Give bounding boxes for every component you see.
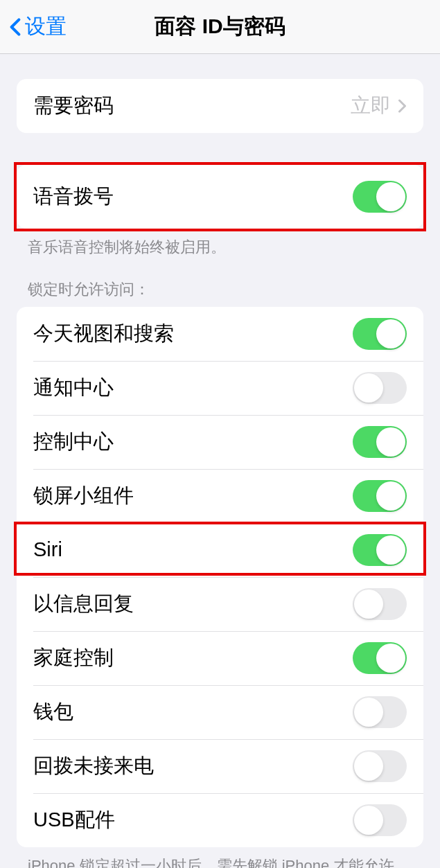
voice-dial-toggle[interactable] — [353, 181, 407, 213]
voice-dial-footer: 音乐语音控制将始终被启用。 — [0, 229, 440, 258]
access-item-toggle[interactable] — [353, 642, 407, 674]
access-item-label: 钱包 — [33, 698, 73, 726]
access-item-cell: 控制中心 — [17, 415, 423, 469]
access-item-toggle[interactable] — [353, 750, 407, 782]
access-item-label: 通知中心 — [33, 374, 114, 402]
back-label: 设置 — [25, 12, 67, 41]
voice-dial-label: 语音拨号 — [33, 183, 114, 211]
access-item-cell: 家庭控制 — [17, 631, 423, 685]
access-item-cell: 通知中心 — [17, 361, 423, 415]
access-item-toggle[interactable] — [353, 696, 407, 728]
access-item-label: 以信息回复 — [33, 590, 134, 618]
access-item-label: 今天视图和搜索 — [33, 320, 174, 348]
access-item-label: 锁屏小组件 — [33, 482, 134, 510]
access-item-toggle[interactable] — [353, 804, 407, 836]
access-item-label: Siri — [33, 538, 62, 561]
require-passcode-value: 立即 — [351, 92, 391, 120]
require-passcode-cell[interactable]: 需要密码 立即 — [17, 79, 423, 133]
access-item-toggle[interactable] — [353, 426, 407, 458]
access-item-cell: 锁屏小组件 — [17, 469, 423, 523]
allow-access-group: 今天视图和搜索通知中心控制中心锁屏小组件Siri以信息回复家庭控制钱包回拨未接来… — [17, 307, 423, 847]
access-item-cell: USB配件 — [17, 793, 423, 847]
access-item-label: 回拨未接来电 — [33, 752, 154, 780]
access-item-toggle[interactable] — [353, 372, 407, 404]
require-passcode-group: 需要密码 立即 — [17, 79, 423, 133]
access-item-cell: 以信息回复 — [17, 577, 423, 631]
allow-access-header: 锁定时允许访问： — [0, 258, 440, 307]
require-passcode-label: 需要密码 — [33, 92, 114, 120]
page-title: 面容 ID与密码 — [155, 12, 285, 41]
usb-footer: iPhone 锁定超过一小时后，需先解锁 iPhone 才能允许USB 配件连接… — [0, 847, 440, 868]
access-item-cell: Siri — [17, 523, 423, 577]
nav-bar: 设置 面容 ID与密码 — [0, 0, 440, 54]
access-item-cell: 回拨未接来电 — [17, 739, 423, 793]
access-item-cell: 今天视图和搜索 — [17, 307, 423, 361]
access-item-toggle[interactable] — [353, 480, 407, 512]
voice-dial-cell: 语音拨号 — [17, 165, 423, 229]
chevron-right-icon — [398, 99, 407, 113]
access-item-cell: 钱包 — [17, 685, 423, 739]
access-item-label: USB配件 — [33, 806, 115, 834]
access-item-toggle[interactable] — [353, 534, 407, 566]
chevron-left-icon — [10, 17, 21, 37]
back-button[interactable]: 设置 — [0, 12, 67, 41]
access-item-label: 控制中心 — [33, 428, 114, 456]
voice-dial-group: 语音拨号 — [17, 165, 423, 229]
access-item-toggle[interactable] — [353, 588, 407, 620]
access-item-label: 家庭控制 — [33, 644, 114, 672]
access-item-toggle[interactable] — [353, 318, 407, 350]
